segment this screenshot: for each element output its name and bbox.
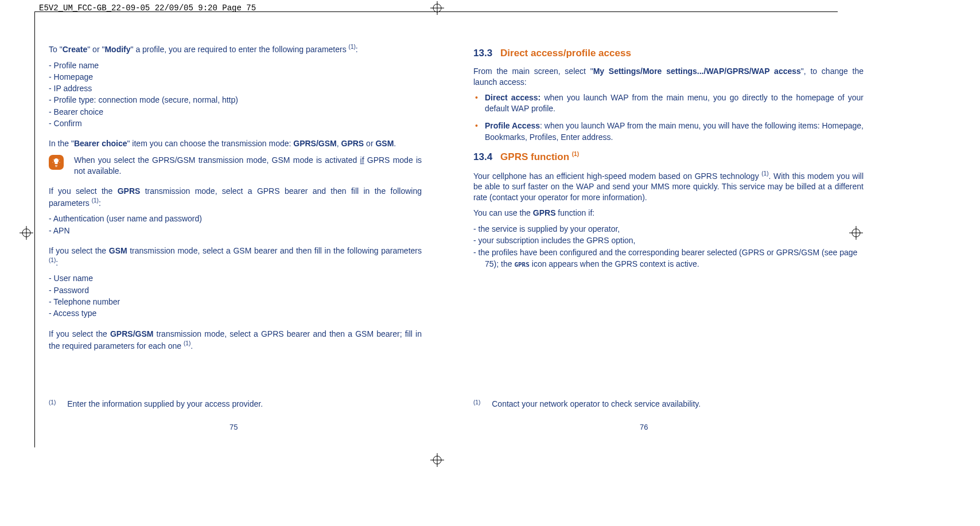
gprs-intro: If you select the GPRS transmission mode…: [49, 186, 422, 208]
list-item: Password: [49, 285, 422, 296]
page-number-right: 76: [640, 423, 648, 431]
crop-mark-vertical: [34, 11, 35, 447]
gprs-params-list: Authentication (user name and password) …: [49, 213, 422, 236]
list-item: the profiles have been configured and th…: [473, 247, 864, 270]
footnote-left: (1) Enter the information supplied by yo…: [49, 399, 422, 408]
registration-mark-icon: [430, 1, 444, 15]
section-13-4-use: You can use the GPRS function if:: [473, 208, 864, 219]
section-heading-13-3: 13.3Direct access/profile access: [473, 48, 864, 59]
section-13-3-intro: From the main screen, select "My Setting…: [473, 66, 864, 88]
list-item: Homepage: [49, 71, 422, 83]
list-item: Telephone number: [49, 296, 422, 307]
access-bullets: Direct access: when you launch WAP from …: [473, 92, 864, 143]
svg-point-13: [59, 159, 59, 160]
list-item: the service is supplied by your operator…: [473, 223, 864, 235]
list-item: Profile Access: when you launch WAP from…: [473, 120, 864, 143]
profile-params-list: Profile name Homepage IP address Profile…: [49, 60, 422, 130]
intro-paragraph: To "Create" or "Modify" a profile, you a…: [49, 43, 422, 55]
tip-row: When you select the GPRS/GSM transmissio…: [49, 155, 422, 177]
list-item: Bearer choice: [49, 106, 422, 118]
list-item: Authentication (user name and password): [49, 213, 422, 224]
tip-text: When you select the GPRS/GSM transmissio…: [74, 155, 422, 177]
gsm-params-list: User name Password Telephone number Acce…: [49, 272, 422, 319]
bearer-paragraph: In the "Bearer choice" item you can choo…: [49, 138, 422, 149]
gprs-indicator-icon: GPRS: [514, 261, 530, 268]
list-item: APN: [49, 225, 422, 236]
svg-point-12: [53, 159, 53, 160]
page-number-left: 75: [230, 423, 238, 431]
both-intro: If you select the GPRS/GSM transmission …: [49, 329, 422, 351]
gsm-intro: If you select the GSM transmission mode,…: [49, 246, 422, 268]
page-76: 13.3Direct access/profile access From th…: [473, 43, 864, 492]
gprs-use-list: the service is supplied by your operator…: [473, 223, 864, 270]
section-13-4-para: Your cellphone has an efficient high-spe…: [473, 170, 864, 203]
list-item: your subscription includes the GPRS opti…: [473, 235, 864, 246]
list-item: Profile type: connection mode (secure, n…: [49, 94, 422, 106]
list-item: Access type: [49, 307, 422, 319]
list-item: Profile name: [49, 60, 422, 71]
lightbulb-icon: [49, 155, 64, 170]
svg-point-14: [52, 162, 53, 163]
list-item: Confirm: [49, 118, 422, 129]
list-item: User name: [49, 272, 422, 284]
footnote-right: (1) Contact your network operator to che…: [473, 399, 864, 408]
list-item: Direct access: when you launch WAP from …: [473, 92, 864, 115]
svg-point-15: [59, 162, 60, 163]
list-item: IP address: [49, 83, 422, 94]
registration-mark-icon: [20, 226, 33, 240]
section-heading-13-4: 13.4GPRS function (1): [473, 151, 864, 163]
